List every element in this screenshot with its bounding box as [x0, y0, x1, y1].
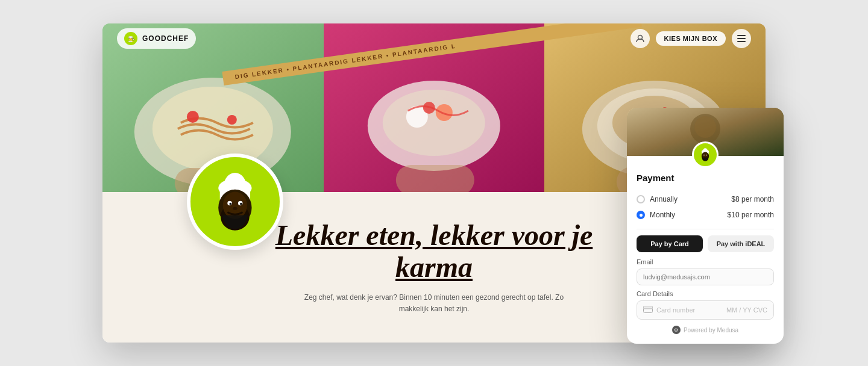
payment-card: Payment Annually $8 per month Monthly $1…: [627, 108, 784, 344]
option-label-monthly: Monthly: [650, 211, 675, 219]
card-number-placeholder: Card number: [656, 306, 723, 314]
card-expiry-cvc: MM / YY CVC: [726, 306, 767, 314]
payment-title: Payment: [637, 173, 774, 183]
svg-point-7: [187, 111, 199, 123]
logo-text: GOODCHEF: [142, 34, 189, 43]
payment-body: Payment Annually $8 per month Monthly $1…: [627, 156, 784, 344]
menu-line-2: [737, 38, 746, 39]
menu-line-1: [737, 35, 746, 36]
payment-option-annually[interactable]: Annually $8 per month: [637, 191, 774, 207]
payment-methods: Pay by Card Pay with iDEAL: [637, 235, 774, 252]
main-heading: Lekker eten, lekker voor je karma: [253, 220, 615, 284]
kies-mijn-box-button[interactable]: KIES MIJN BOX: [656, 31, 726, 46]
pay-by-card-button[interactable]: Pay by Card: [637, 235, 703, 252]
pay-with-ideal-button[interactable]: Pay with iDEAL: [708, 235, 774, 252]
nav-bar: 👨‍🍳 GOODCHEF KIES MIJN BOX: [102, 23, 766, 54]
svg-point-15: [435, 104, 452, 121]
svg-rect-17: [395, 165, 474, 192]
radio-monthly[interactable]: [637, 211, 645, 219]
svg-point-36: [240, 203, 242, 205]
option-price-annually: $8 per month: [731, 195, 774, 203]
email-label: Email: [637, 258, 774, 265]
user-icon[interactable]: [631, 29, 650, 48]
chef-avatar-large: [187, 154, 283, 250]
logo-icon: 👨‍🍳: [124, 32, 137, 45]
svg-point-35: [230, 203, 232, 205]
menu-icon[interactable]: [732, 29, 751, 48]
card-icon: [643, 305, 653, 315]
svg-point-13: [382, 90, 485, 156]
option-label-annually: Annually: [650, 195, 678, 203]
svg-rect-52: [643, 308, 653, 309]
chef-svg-small: [697, 146, 714, 163]
radio-group-annually: Annually: [637, 195, 678, 203]
powered-by-text: Powered by Medusa: [684, 327, 738, 333]
sub-text: Zeg chef, wat denk je ervan? Binnen 10 m…: [289, 292, 579, 315]
svg-rect-51: [644, 306, 653, 313]
payment-option-monthly[interactable]: Monthly $10 per month: [637, 207, 774, 223]
powered-by: ⚙ Powered by Medusa: [637, 326, 774, 334]
scene: 👨‍🍳 GOODCHEF KIES MIJN BOX: [102, 23, 766, 343]
radio-annually[interactable]: [637, 195, 645, 203]
medusa-icon: ⚙: [672, 326, 681, 334]
svg-point-8: [227, 115, 237, 125]
option-price-monthly: $10 per month: [728, 211, 774, 219]
email-input[interactable]: [637, 268, 774, 285]
radio-group-monthly: Monthly: [637, 211, 675, 219]
divider-1: [637, 229, 774, 229]
payment-card-chef-avatar: [692, 141, 719, 168]
svg-point-49: [704, 155, 705, 155]
svg-point-40: [694, 116, 716, 138]
menu-line-3: [737, 41, 746, 42]
card-details-row[interactable]: Card number MM / YY CVC: [637, 300, 774, 320]
payment-card-header: [627, 108, 784, 156]
card-details-label: Card Details: [637, 290, 774, 297]
nav-right: KIES MIJN BOX: [631, 29, 751, 48]
logo-area: 👨‍🍳 GOODCHEF: [117, 28, 196, 49]
svg-text:👨‍🍳: 👨‍🍳: [128, 36, 135, 43]
svg-point-50: [706, 155, 707, 155]
svg-point-37: [233, 207, 237, 210]
chef-svg-large: [197, 164, 273, 240]
